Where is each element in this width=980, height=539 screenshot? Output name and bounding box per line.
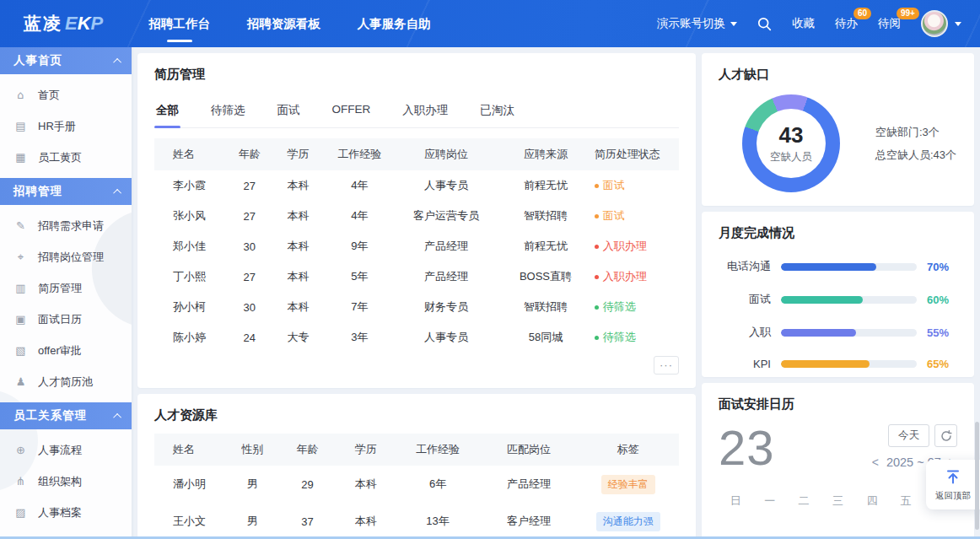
tab-rejected[interactable]: 已淘汰 bbox=[478, 96, 516, 127]
progress-track bbox=[781, 329, 917, 337]
calendar-week-header: 日 一 二 三 四 五 六 bbox=[719, 488, 957, 514]
person-icon: ♟ bbox=[14, 375, 27, 388]
sidebar-item-org-structure[interactable]: ⋔组织架构 bbox=[0, 466, 132, 497]
progress-fill bbox=[781, 263, 876, 271]
home-icon: ⌂ bbox=[14, 89, 27, 101]
prev-month-button[interactable]: < bbox=[872, 455, 879, 469]
table-row[interactable]: 陈小婷24大专3年人事专员58同城 待筛选 bbox=[154, 322, 679, 353]
main-content: 简历管理 全部 待筛选 面试 OFFER 入职办理 已淘汰 姓名 年龄 学历 工… bbox=[132, 47, 980, 539]
monthly-card-title: 月度完成情况 bbox=[719, 225, 957, 241]
sidebar-item-talent-pool[interactable]: ♟人才简历池 bbox=[0, 366, 132, 397]
sidebar-group-employee-relations[interactable]: 员工关系管理 bbox=[0, 402, 132, 429]
idcard-icon: ▦ bbox=[14, 151, 27, 164]
position-icon: ⌖ bbox=[14, 251, 27, 264]
resume-table: 姓名 年龄 学历 工作经验 应聘岗位 应聘来源 简历处理状态 李小霞27本科4年… bbox=[154, 138, 679, 353]
status-badge: 待筛选 bbox=[595, 322, 679, 353]
refresh-button[interactable] bbox=[934, 424, 957, 447]
status-badge: 入职办理 bbox=[595, 231, 679, 261]
sidebar-item-resume-management[interactable]: ▥简历管理 bbox=[0, 272, 132, 304]
tab-all[interactable]: 全部 bbox=[154, 96, 180, 127]
table-row[interactable]: 王小文男37本科13年客户经理 沟通能力强 bbox=[154, 503, 679, 539]
status-badge: 待筛选 bbox=[595, 292, 679, 322]
sidebar-group-hr-home[interactable]: 人事首页 bbox=[0, 47, 132, 74]
status-badge: 面试 bbox=[595, 170, 679, 201]
logo-text-en: EKP bbox=[65, 13, 103, 35]
status-dot bbox=[595, 336, 599, 340]
todo-count-badge: 60 bbox=[853, 8, 871, 19]
talent-table: 姓名 性别 年龄 学历 工作经验 匹配岗位 标签 潘小明男29本科6年产品经理 … bbox=[154, 434, 679, 539]
progress-percent: 65% bbox=[927, 358, 957, 370]
table-row[interactable]: 李小霞27本科4年人事专员前程无忧 面试 bbox=[154, 170, 679, 201]
today-button[interactable]: 今天 bbox=[888, 424, 929, 447]
gap-card-title: 人才缺口 bbox=[719, 67, 957, 83]
navbar-right: 演示账号切换 收藏 待办 60 待阅 99+ bbox=[657, 10, 980, 37]
archive-icon: ▨ bbox=[14, 506, 27, 519]
tab-interview[interactable]: 面试 bbox=[276, 96, 302, 127]
account-switch-dropdown[interactable]: 演示账号切换 bbox=[657, 16, 737, 31]
progress-fill bbox=[781, 329, 856, 337]
top-navbar: 蓝凌 EKP 招聘工作台 招聘资源看板 人事服务自助 演示账号切换 收藏 待办 … bbox=[0, 0, 980, 47]
table-row[interactable]: 张小风27本科4年客户运营专员智联招聘 面试 bbox=[154, 201, 679, 231]
app-logo[interactable]: 蓝凌 EKP bbox=[24, 12, 103, 35]
user-menu[interactable] bbox=[921, 10, 961, 37]
status-dot bbox=[595, 305, 599, 310]
favorites-link[interactable]: 收藏 bbox=[792, 16, 815, 31]
sidebar-item-employee-directory[interactable]: ▦员工黄页 bbox=[0, 142, 132, 173]
more-actions-button[interactable]: ··· bbox=[654, 356, 679, 375]
table-row[interactable]: 丁小熙27本科5年产品经理BOSS直聘 入职办理 bbox=[154, 261, 679, 292]
book-icon: ▤ bbox=[14, 120, 27, 132]
table-row[interactable]: 孙小柯30本科7年财务专员智联招聘 待筛选 bbox=[154, 292, 679, 322]
collapse-icon bbox=[113, 188, 121, 197]
refresh-icon bbox=[940, 430, 952, 442]
sidebar-item-hr-process[interactable]: ⊕人事流程 bbox=[0, 434, 132, 466]
sidebar-item-home[interactable]: ⌂首页 bbox=[0, 79, 132, 110]
resume-card-title: 简历管理 bbox=[154, 67, 679, 83]
progress-percent: 60% bbox=[927, 294, 957, 306]
gap-total-text: 总空缺人员:43个 bbox=[875, 143, 956, 166]
search-button[interactable] bbox=[757, 17, 772, 31]
sidebar-item-recruit-request[interactable]: ✎招聘需求申请 bbox=[0, 210, 132, 241]
org-tree-icon: ⋔ bbox=[14, 475, 27, 488]
sidebar-item-interview-calendar[interactable]: ▣面试日历 bbox=[0, 304, 132, 335]
back-to-top-button[interactable]: 返回顶部 bbox=[926, 460, 980, 509]
sidebar-item-hr-archive[interactable]: ▨人事档案 bbox=[0, 497, 132, 528]
talent-card-title: 人才资源库 bbox=[154, 407, 679, 423]
gap-legend: 空缺部门:3个 总空缺人员:43个 bbox=[875, 121, 956, 166]
status-dot bbox=[595, 245, 599, 249]
talent-pool-card: 人才资源库 姓名 性别 年龄 学历 工作经验 匹配岗位 标签 潘小明男2 bbox=[137, 394, 696, 539]
todo-link[interactable]: 待办 60 bbox=[835, 16, 858, 31]
user-avatar bbox=[921, 10, 948, 37]
progress-fill bbox=[781, 296, 863, 304]
back-to-top-icon bbox=[945, 469, 961, 484]
nav-tab-hr-selfservice[interactable]: 人事服务自助 bbox=[356, 0, 433, 48]
resume-table-header: 姓名 年龄 学历 工作经验 应聘岗位 应聘来源 简历处理状态 bbox=[154, 138, 679, 170]
table-row[interactable]: 郑小佳30本科9年产品经理前程无忧 入职办理 bbox=[154, 231, 679, 261]
request-form-icon: ✎ bbox=[14, 219, 27, 232]
tab-offer[interactable]: OFFER bbox=[331, 96, 373, 127]
resume-management-card: 简历管理 全部 待筛选 面试 OFFER 入职办理 已淘汰 姓名 年龄 学历 工… bbox=[137, 53, 696, 388]
tab-onboarding[interactable]: 入职办理 bbox=[401, 96, 450, 127]
progress-track bbox=[781, 360, 917, 368]
unread-count-badge: 99+ bbox=[897, 8, 919, 19]
status-dot bbox=[595, 184, 599, 188]
progress-fill bbox=[781, 360, 870, 368]
unread-link[interactable]: 待阅 99+ bbox=[878, 16, 901, 31]
hr-dashboard: 蓝凌 EKP 招聘工作台 招聘资源看板 人事服务自助 演示账号切换 收藏 待办 … bbox=[0, 0, 980, 539]
progress-row-phone: 电话沟通 70% bbox=[719, 259, 957, 274]
table-row[interactable]: 潘小明男29本科6年产品经理 经验丰富 bbox=[154, 466, 679, 503]
caret-down-icon bbox=[955, 22, 961, 26]
progress-percent: 55% bbox=[927, 326, 957, 339]
sidebar: 人事首页 ⌂首页 ▤HR手册 ▦员工黄页 招聘管理 ✎招聘需求申请 ⌖招聘岗位管… bbox=[0, 47, 132, 539]
sidebar-item-offer-approval[interactable]: ▧offer审批 bbox=[0, 335, 132, 366]
status-dot bbox=[595, 214, 599, 218]
vertical-scrollbar-thumb[interactable] bbox=[975, 422, 979, 530]
sidebar-group-recruiting[interactable]: 招聘管理 bbox=[0, 178, 132, 205]
tab-to-screen[interactable]: 待筛选 bbox=[209, 96, 247, 127]
sidebar-item-hr-handbook[interactable]: ▤HR手册 bbox=[0, 110, 132, 142]
nav-tab-recruit-board[interactable]: 招聘资源看板 bbox=[245, 0, 322, 48]
talent-gap-card: 人才缺口 43 空缺人员 空缺部门:3个 总空缺人员:43个 bbox=[702, 53, 974, 206]
nav-tab-recruit-workbench[interactable]: 招聘工作台 bbox=[147, 0, 212, 48]
sidebar-item-position-management[interactable]: ⌖招聘岗位管理 bbox=[0, 241, 132, 272]
gap-departments-text: 空缺部门:3个 bbox=[875, 121, 956, 143]
back-to-top-label: 返回顶部 bbox=[931, 490, 975, 502]
